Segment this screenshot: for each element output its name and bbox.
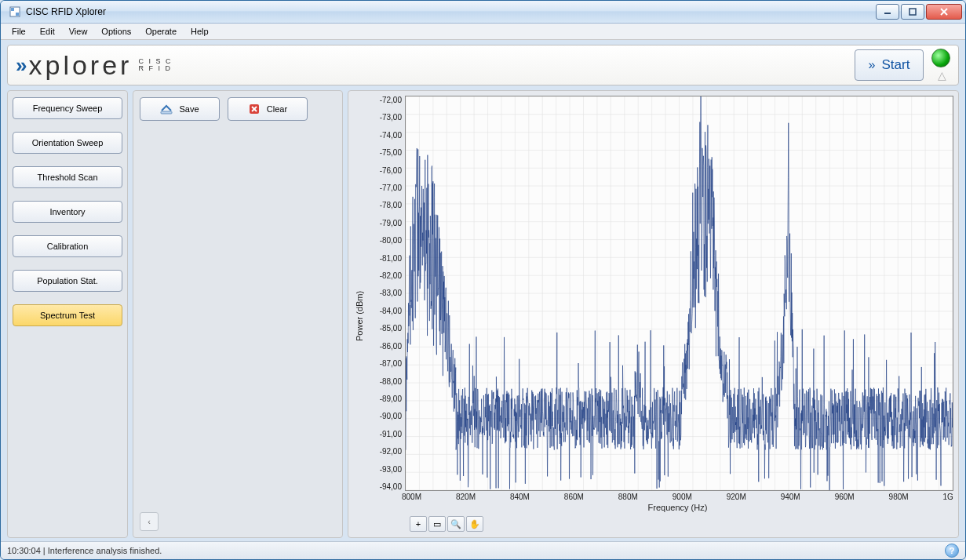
window-controls [876, 4, 962, 20]
app-window: CISC RFID Xplorer File Edit View Options… [0, 0, 966, 560]
chart-ylabel: Power (dBm) [353, 96, 366, 536]
status-text: 10:30:04 | Interference analysis finishe… [7, 546, 162, 555]
status-led-icon [931, 49, 950, 67]
magnifier-icon: 🔍 [450, 519, 461, 529]
tool-zoom[interactable]: 🔍 [447, 516, 465, 532]
plot-outer: -72,00-73,00-74,00-75,00-76,00-77,00-78,… [366, 96, 953, 536]
sidebar-item-orientation-sweep[interactable]: Orientation Sweep [13, 132, 122, 154]
chart-tools: + ▭ 🔍 ✋ [366, 515, 953, 536]
help-icon[interactable]: ? [945, 544, 959, 558]
plot-row: -72,00-73,00-74,00-75,00-76,00-77,00-78,… [366, 96, 953, 491]
logo-text: xplorer [28, 50, 132, 81]
menu-bar: File Edit View Options Operate Help [1, 24, 965, 40]
logo-chevron-icon: » [16, 53, 22, 78]
logo: » xplorer C I S C R F I D [16, 50, 172, 81]
chevron-right-icon: » [869, 58, 876, 72]
svg-rect-1 [11, 8, 14, 11]
menu-operate[interactable]: Operate [139, 25, 183, 38]
menu-file[interactable]: File [5, 25, 32, 38]
hand-icon: ✋ [469, 519, 480, 529]
chart-plot-area[interactable] [405, 96, 953, 491]
led-group: △ [931, 49, 950, 82]
chart-panel: Power (dBm) -72,00-73,00-74,00-75,00-76,… [348, 90, 959, 538]
actions-row: Save Clear [140, 97, 336, 121]
chart-yticks: -72,00-73,00-74,00-75,00-76,00-77,00-78,… [366, 96, 405, 491]
menu-help[interactable]: Help [184, 25, 215, 38]
status-bar: 10:30:04 | Interference analysis finishe… [1, 541, 965, 559]
maximize-button[interactable] [901, 4, 924, 20]
tool-crosshair[interactable]: + [410, 516, 427, 532]
minimize-button[interactable] [876, 4, 899, 20]
header-bar: » xplorer C I S C R F I D » Start △ [7, 45, 959, 85]
close-button[interactable] [926, 4, 962, 20]
clear-icon [248, 103, 261, 115]
body: Frequency Sweep Orientation Sweep Thresh… [1, 90, 965, 541]
sidebar-item-population-stat[interactable]: Population Stat. [13, 270, 122, 292]
chart-xticks: 800M820M840M860M880M900M920M940M960M980M… [402, 491, 953, 501]
sidebar-item-inventory[interactable]: Inventory [13, 201, 122, 223]
app-icon [9, 5, 21, 18]
logo-cisc-line2: R F I D [138, 64, 172, 72]
chevron-left-icon: ‹ [148, 517, 151, 526]
tool-zoom-box[interactable]: ▭ [428, 516, 446, 532]
svg-rect-7 [161, 111, 172, 114]
save-icon [160, 103, 173, 115]
zoom-box-icon: ▭ [433, 519, 441, 529]
actions-panel: Save Clear ‹ [133, 90, 343, 538]
chart-wrap: Power (dBm) -72,00-73,00-74,00-75,00-76,… [348, 91, 958, 537]
svg-rect-4 [909, 9, 916, 15]
triangle-up-icon: △ [938, 69, 946, 82]
menu-view[interactable]: View [63, 25, 94, 38]
menu-options[interactable]: Options [95, 25, 137, 38]
start-button[interactable]: » Start [855, 49, 924, 81]
sidebar-item-frequency-sweep[interactable]: Frequency Sweep [13, 97, 122, 119]
chart-xlabel: Frequency (Hz) [402, 501, 953, 515]
crosshair-icon: + [416, 519, 421, 529]
sidebar: Frequency Sweep Orientation Sweep Thresh… [7, 90, 128, 538]
sidebar-item-spectrum-test[interactable]: Spectrum Test [13, 304, 122, 326]
logo-cisc: C I S C R F I D [138, 58, 172, 72]
save-button-label: Save [179, 104, 199, 114]
title-bar: CISC RFID Xplorer [1, 1, 965, 24]
clear-button[interactable]: Clear [228, 97, 308, 121]
prev-page-button[interactable]: ‹ [140, 512, 159, 531]
tool-pan[interactable]: ✋ [466, 516, 483, 532]
start-button-label: Start [882, 57, 910, 73]
save-button[interactable]: Save [140, 97, 220, 121]
svg-rect-2 [16, 13, 19, 16]
sidebar-item-threshold-scan[interactable]: Threshold Scan [13, 166, 122, 188]
window-title: CISC RFID Xplorer [26, 6, 876, 17]
start-group: » Start △ [855, 49, 950, 82]
clear-button-label: Clear [267, 104, 287, 114]
sidebar-item-calibration[interactable]: Calibration [13, 235, 122, 257]
menu-edit[interactable]: Edit [34, 25, 61, 38]
